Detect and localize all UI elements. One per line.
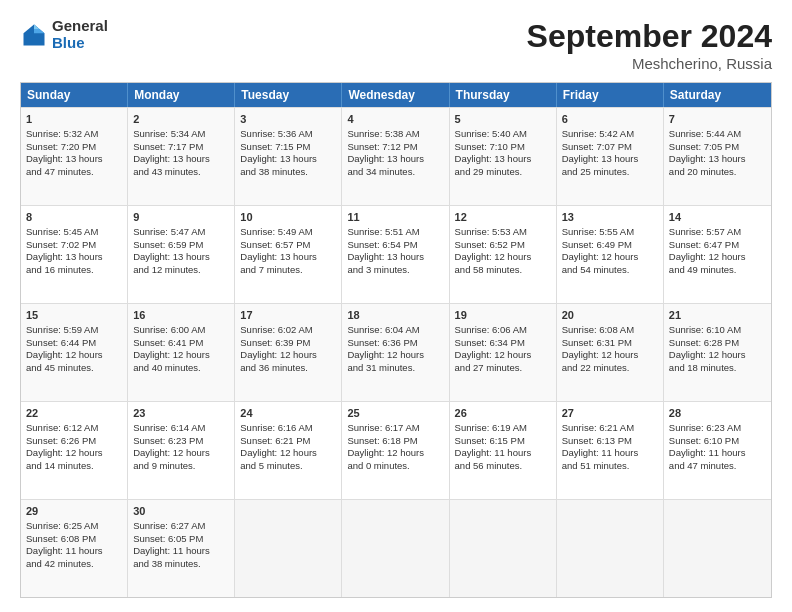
cell-4-tue: 24 Sunrise: 6:16 AMSunset: 6:21 PMDaylig… (235, 402, 342, 499)
cell-3-thu: 19 Sunrise: 6:06 AMSunset: 6:34 PMDaylig… (450, 304, 557, 401)
cell-text: Sunrise: 5:55 AMSunset: 6:49 PMDaylight:… (562, 226, 639, 275)
cell-text: Sunrise: 6:08 AMSunset: 6:31 PMDaylight:… (562, 324, 639, 373)
cell-1-mon: 2 Sunrise: 5:34 AMSunset: 7:17 PMDayligh… (128, 108, 235, 205)
cell-text: Sunrise: 6:04 AMSunset: 6:36 PMDaylight:… (347, 324, 424, 373)
cell-2-sun: 8 Sunrise: 5:45 AMSunset: 7:02 PMDayligh… (21, 206, 128, 303)
cell-2-wed: 11 Sunrise: 5:51 AMSunset: 6:54 PMDaylig… (342, 206, 449, 303)
cell-text: Sunrise: 6:25 AMSunset: 6:08 PMDaylight:… (26, 520, 103, 569)
cell-1-thu: 5 Sunrise: 5:40 AMSunset: 7:10 PMDayligh… (450, 108, 557, 205)
header-friday: Friday (557, 83, 664, 107)
cell-text: Sunrise: 5:47 AMSunset: 6:59 PMDaylight:… (133, 226, 210, 275)
cal-row-1: 1 Sunrise: 5:32 AMSunset: 7:20 PMDayligh… (21, 107, 771, 205)
day-num: 3 (240, 112, 336, 127)
day-num: 26 (455, 406, 551, 421)
cell-3-tue: 17 Sunrise: 6:02 AMSunset: 6:39 PMDaylig… (235, 304, 342, 401)
cell-1-sat: 7 Sunrise: 5:44 AMSunset: 7:05 PMDayligh… (664, 108, 771, 205)
header-tuesday: Tuesday (235, 83, 342, 107)
cell-3-fri: 20 Sunrise: 6:08 AMSunset: 6:31 PMDaylig… (557, 304, 664, 401)
cell-4-sun: 22 Sunrise: 6:12 AMSunset: 6:26 PMDaylig… (21, 402, 128, 499)
day-num: 4 (347, 112, 443, 127)
header-sunday: Sunday (21, 83, 128, 107)
day-num: 23 (133, 406, 229, 421)
header-monday: Monday (128, 83, 235, 107)
cell-3-wed: 18 Sunrise: 6:04 AMSunset: 6:36 PMDaylig… (342, 304, 449, 401)
cell-5-fri-empty (557, 500, 664, 597)
day-num: 10 (240, 210, 336, 225)
cell-text: Sunrise: 6:23 AMSunset: 6:10 PMDaylight:… (669, 422, 746, 471)
cell-3-mon: 16 Sunrise: 6:00 AMSunset: 6:41 PMDaylig… (128, 304, 235, 401)
cell-5-tue-empty (235, 500, 342, 597)
logo-blue-text: Blue (52, 35, 108, 52)
day-num: 25 (347, 406, 443, 421)
day-num: 22 (26, 406, 122, 421)
cell-2-mon: 9 Sunrise: 5:47 AMSunset: 6:59 PMDayligh… (128, 206, 235, 303)
cell-text: Sunrise: 5:38 AMSunset: 7:12 PMDaylight:… (347, 128, 424, 177)
calendar-header: Sunday Monday Tuesday Wednesday Thursday… (21, 83, 771, 107)
calendar: Sunday Monday Tuesday Wednesday Thursday… (20, 82, 772, 598)
title-month: September 2024 (527, 18, 772, 55)
cell-text: Sunrise: 6:10 AMSunset: 6:28 PMDaylight:… (669, 324, 746, 373)
cell-2-sat: 14 Sunrise: 5:57 AMSunset: 6:47 PMDaylig… (664, 206, 771, 303)
cell-text: Sunrise: 6:17 AMSunset: 6:18 PMDaylight:… (347, 422, 424, 471)
cell-text: Sunrise: 5:34 AMSunset: 7:17 PMDaylight:… (133, 128, 210, 177)
cell-5-wed-empty (342, 500, 449, 597)
day-num: 5 (455, 112, 551, 127)
day-num: 18 (347, 308, 443, 323)
title-location: Meshcherino, Russia (527, 55, 772, 72)
day-num: 17 (240, 308, 336, 323)
cell-text: Sunrise: 5:53 AMSunset: 6:52 PMDaylight:… (455, 226, 532, 275)
cell-3-sat: 21 Sunrise: 6:10 AMSunset: 6:28 PMDaylig… (664, 304, 771, 401)
header-thursday: Thursday (450, 83, 557, 107)
cal-row-4: 22 Sunrise: 6:12 AMSunset: 6:26 PMDaylig… (21, 401, 771, 499)
cell-text: Sunrise: 5:51 AMSunset: 6:54 PMDaylight:… (347, 226, 424, 275)
day-num: 21 (669, 308, 766, 323)
cell-4-mon: 23 Sunrise: 6:14 AMSunset: 6:23 PMDaylig… (128, 402, 235, 499)
cell-text: Sunrise: 6:21 AMSunset: 6:13 PMDaylight:… (562, 422, 639, 471)
day-num: 13 (562, 210, 658, 225)
cell-text: Sunrise: 6:02 AMSunset: 6:39 PMDaylight:… (240, 324, 317, 373)
day-num: 9 (133, 210, 229, 225)
cell-text: Sunrise: 6:19 AMSunset: 6:15 PMDaylight:… (455, 422, 532, 471)
cal-row-2: 8 Sunrise: 5:45 AMSunset: 7:02 PMDayligh… (21, 205, 771, 303)
cell-text: Sunrise: 6:14 AMSunset: 6:23 PMDaylight:… (133, 422, 210, 471)
cell-text: Sunrise: 5:42 AMSunset: 7:07 PMDaylight:… (562, 128, 639, 177)
cell-2-fri: 13 Sunrise: 5:55 AMSunset: 6:49 PMDaylig… (557, 206, 664, 303)
cell-5-thu-empty (450, 500, 557, 597)
day-num: 6 (562, 112, 658, 127)
day-num: 29 (26, 504, 122, 519)
header-wednesday: Wednesday (342, 83, 449, 107)
cell-4-wed: 25 Sunrise: 6:17 AMSunset: 6:18 PMDaylig… (342, 402, 449, 499)
cal-row-5: 29 Sunrise: 6:25 AMSunset: 6:08 PMDaylig… (21, 499, 771, 597)
day-num: 2 (133, 112, 229, 127)
header: General Blue September 2024 Meshcherino,… (20, 18, 772, 72)
cell-text: Sunrise: 6:12 AMSunset: 6:26 PMDaylight:… (26, 422, 103, 471)
cell-1-wed: 4 Sunrise: 5:38 AMSunset: 7:12 PMDayligh… (342, 108, 449, 205)
day-num: 8 (26, 210, 122, 225)
logo-general-text: General (52, 18, 108, 35)
day-num: 15 (26, 308, 122, 323)
day-num: 11 (347, 210, 443, 225)
cell-text: Sunrise: 5:40 AMSunset: 7:10 PMDaylight:… (455, 128, 532, 177)
logo: General Blue (20, 18, 108, 51)
cell-5-sun: 29 Sunrise: 6:25 AMSunset: 6:08 PMDaylig… (21, 500, 128, 597)
svg-marker-2 (34, 24, 39, 28)
logo-icon (20, 21, 48, 49)
cell-4-thu: 26 Sunrise: 6:19 AMSunset: 6:15 PMDaylig… (450, 402, 557, 499)
day-num: 19 (455, 308, 551, 323)
cell-text: Sunrise: 5:59 AMSunset: 6:44 PMDaylight:… (26, 324, 103, 373)
calendar-body: 1 Sunrise: 5:32 AMSunset: 7:20 PMDayligh… (21, 107, 771, 597)
cell-1-tue: 3 Sunrise: 5:36 AMSunset: 7:15 PMDayligh… (235, 108, 342, 205)
day-num: 27 (562, 406, 658, 421)
cell-text: Sunrise: 5:45 AMSunset: 7:02 PMDaylight:… (26, 226, 103, 275)
cell-2-tue: 10 Sunrise: 5:49 AMSunset: 6:57 PMDaylig… (235, 206, 342, 303)
cell-text: Sunrise: 6:00 AMSunset: 6:41 PMDaylight:… (133, 324, 210, 373)
logo-text: General Blue (52, 18, 108, 51)
header-saturday: Saturday (664, 83, 771, 107)
cell-text: Sunrise: 5:32 AMSunset: 7:20 PMDaylight:… (26, 128, 103, 177)
day-num: 20 (562, 308, 658, 323)
cell-3-sun: 15 Sunrise: 5:59 AMSunset: 6:44 PMDaylig… (21, 304, 128, 401)
cell-text: Sunrise: 5:57 AMSunset: 6:47 PMDaylight:… (669, 226, 746, 275)
cell-5-mon: 30 Sunrise: 6:27 AMSunset: 6:05 PMDaylig… (128, 500, 235, 597)
cell-text: Sunrise: 6:27 AMSunset: 6:05 PMDaylight:… (133, 520, 210, 569)
cell-text: Sunrise: 5:36 AMSunset: 7:15 PMDaylight:… (240, 128, 317, 177)
